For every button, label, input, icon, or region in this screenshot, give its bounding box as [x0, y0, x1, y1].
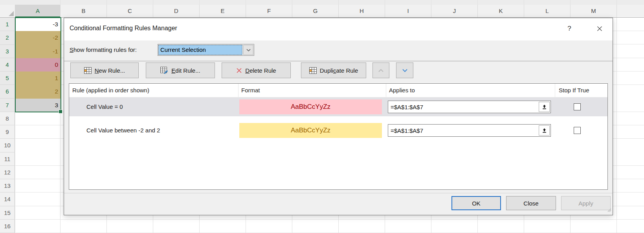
conditional-formatting-rules-manager-dialog: Conditional Formatting Rules Manager ? S…	[64, 18, 613, 215]
delete-rule-button[interactable]: Delete Rule	[222, 62, 291, 78]
edit-rule-button[interactable]: Edit Rule...	[146, 62, 215, 78]
applies-to-input[interactable]	[388, 101, 539, 113]
move-rule-up-button[interactable]	[372, 62, 389, 78]
column-header-B[interactable]: B	[61, 5, 107, 17]
column-header-E[interactable]: E	[200, 5, 246, 17]
select-all-button[interactable]	[0, 5, 15, 17]
apply-button[interactable]: Apply	[561, 196, 611, 210]
applies-to-input[interactable]	[388, 125, 539, 136]
new-rule-label: New Rule...	[95, 67, 125, 74]
edit-rule-label: Edit Rule...	[171, 67, 200, 74]
column-header-A[interactable]: A	[15, 5, 61, 17]
show-rules-dropdown-button[interactable]	[243, 45, 253, 55]
header-divider	[238, 84, 239, 97]
collapse-dialog-icon	[541, 128, 547, 134]
resize-grip-icon	[607, 207, 611, 212]
help-button[interactable]: ?	[564, 23, 575, 35]
row-header-3[interactable]: 3	[0, 45, 15, 58]
row-header-9[interactable]: 9	[0, 125, 15, 139]
row-headers: 12345678910111213141516	[0, 18, 15, 233]
header-divider	[386, 84, 386, 97]
header-rule: Rule (applied in order shown)	[72, 84, 149, 97]
collapse-dialog-icon	[541, 104, 547, 110]
applies-to-field	[388, 124, 551, 137]
column-header-C[interactable]: C	[107, 5, 153, 17]
dialog-title-bar[interactable]: Conditional Formatting Rules Manager ?	[64, 18, 613, 40]
applies-to-field	[388, 101, 551, 113]
resize-grip[interactable]	[607, 207, 611, 214]
row-header-12[interactable]: 12	[0, 166, 15, 179]
collapse-dialog-button[interactable]	[539, 125, 550, 136]
column-header-L[interactable]: L	[524, 5, 571, 17]
row-header-16[interactable]: 16	[0, 220, 15, 233]
close-dialog-button[interactable]	[594, 23, 605, 35]
rules-list: Rule (applied in order shown) Format App…	[69, 83, 608, 190]
select-all-triangle-icon	[9, 11, 14, 16]
chevron-down-icon	[402, 69, 408, 72]
table-icon	[309, 67, 317, 74]
duplicate-rule-button[interactable]: Duplicate Rule	[301, 62, 366, 78]
toolbar-separator	[64, 61, 613, 61]
delete-rule-label: Delete Rule	[245, 67, 276, 74]
column-header-G[interactable]: G	[292, 5, 339, 17]
column-header-M[interactable]: M	[571, 5, 617, 17]
rule-row-2[interactable]: Cell Value between -2 and 2AaBbCcYyZz	[69, 121, 607, 140]
chevron-down-icon	[246, 49, 251, 51]
row-header-14[interactable]: 14	[0, 193, 15, 206]
row-header-4[interactable]: 4	[0, 58, 15, 72]
ok-button[interactable]: OK	[451, 196, 501, 210]
row-header-2[interactable]: 2	[0, 31, 15, 44]
show-rules-dropdown[interactable]: Current Selection	[158, 44, 254, 56]
row-header-11[interactable]: 11	[0, 152, 15, 166]
table-pencil-icon	[160, 67, 168, 74]
new-rule-button[interactable]: New Rule...	[70, 62, 139, 78]
chevron-up-icon	[378, 69, 384, 72]
formula-bar-edge	[0, 0, 644, 5]
header-divider	[555, 84, 555, 97]
column-header-K[interactable]: K	[478, 5, 524, 17]
duplicate-rule-label: Duplicate Rule	[320, 67, 358, 74]
row-header-10[interactable]: 10	[0, 139, 15, 152]
rule-description: Cell Value = 0	[86, 97, 123, 116]
column-header-J[interactable]: J	[431, 5, 478, 17]
row-header-13[interactable]: 13	[0, 179, 15, 193]
row-header-8[interactable]: 8	[0, 112, 15, 125]
stop-if-true-checkbox[interactable]	[574, 127, 581, 134]
column-header-F[interactable]: F	[246, 5, 292, 17]
row-header-5[interactable]: 5	[0, 72, 15, 85]
selection-border	[15, 17, 61, 112]
close-button[interactable]: Close	[506, 196, 556, 210]
row-header-1[interactable]: 1	[0, 18, 15, 31]
close-icon	[597, 26, 602, 31]
rule-description: Cell Value between -2 and 2	[86, 121, 160, 140]
rules-list-header: Rule (applied in order shown) Format App…	[69, 84, 607, 97]
table-icon	[84, 67, 92, 74]
column-header-H[interactable]: H	[339, 5, 385, 17]
format-preview: AaBbCcYyZz	[239, 123, 382, 138]
row-header-6[interactable]: 6	[0, 85, 15, 98]
move-rule-down-button[interactable]	[396, 62, 413, 78]
fill-handle[interactable]	[59, 110, 62, 114]
format-preview: AaBbCcYyZz	[239, 99, 382, 114]
header-stop-if-true: Stop If True	[559, 84, 589, 97]
collapse-dialog-button[interactable]	[539, 102, 550, 112]
dialog-title: Conditional Formatting Rules Manager	[70, 25, 177, 32]
footer-separator	[64, 193, 613, 193]
show-rules-selected-value: Current Selection	[158, 45, 242, 55]
column-header-D[interactable]: D	[153, 5, 200, 17]
row-header-7[interactable]: 7	[0, 99, 15, 112]
column-header-I[interactable]: I	[385, 5, 431, 17]
row-header-15[interactable]: 15	[0, 206, 15, 220]
rule-row-1[interactable]: Cell Value = 0AaBbCcYyZz	[69, 97, 607, 116]
rules-list-body: Cell Value = 0AaBbCcYyZzCell Value betwe…	[69, 97, 607, 140]
red-x-icon	[236, 68, 242, 73]
stop-if-true-checkbox[interactable]	[574, 103, 581, 110]
header-applies-to: Applies to	[389, 84, 415, 97]
column-headers: ABCDEFGHIJKLM	[0, 5, 644, 18]
header-format: Format	[241, 84, 260, 97]
show-rules-label: Show formatting rules for:	[70, 44, 137, 56]
